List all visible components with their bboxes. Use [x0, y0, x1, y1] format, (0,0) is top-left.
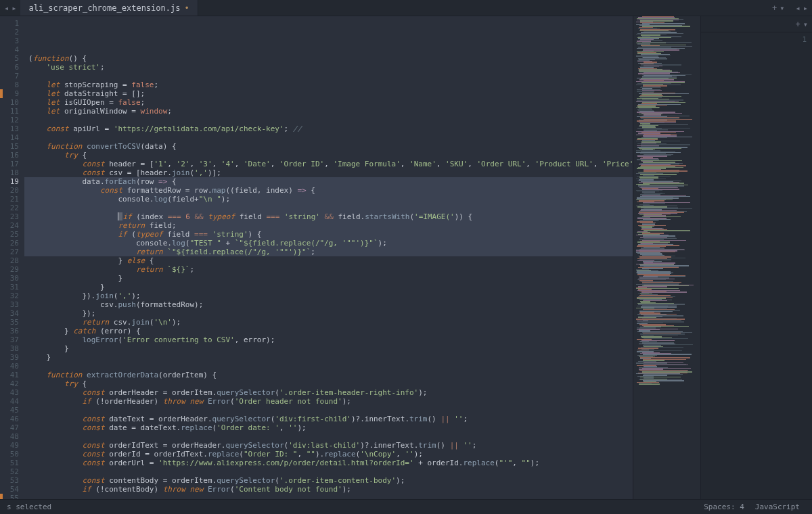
code-line[interactable]	[24, 204, 633, 212]
line-number[interactable]: 16	[3, 151, 19, 160]
line-number[interactable]: 8	[3, 80, 19, 89]
code-line[interactable]: const contentBody = orderItem.querySelec…	[24, 476, 633, 485]
minimap[interactable]	[633, 16, 700, 499]
line-number[interactable]: 17	[3, 160, 19, 168]
line-number[interactable]: 3	[3, 37, 19, 45]
line-number[interactable]: 11	[3, 107, 19, 116]
code-line[interactable]: const apiUrl = 'https://getalidata.com/a…	[24, 124, 633, 133]
line-number[interactable]: 45	[3, 406, 19, 415]
line-number[interactable]: 9	[3, 89, 19, 98]
code-editor[interactable]: (function() { 'use strict'; let stopScra…	[24, 16, 633, 499]
line-number[interactable]: 30	[3, 274, 19, 283]
line-number-gutter[interactable]: 1234567891011121314151617181920212223242…	[0, 16, 24, 499]
line-number[interactable]: 15	[3, 142, 19, 151]
line-number[interactable]: 23	[3, 212, 19, 221]
line-number[interactable]: 24	[3, 221, 19, 230]
line-number[interactable]: 14	[3, 133, 19, 142]
line-number[interactable]: 50	[3, 450, 19, 459]
code-line[interactable]	[24, 406, 633, 415]
code-line[interactable]: let dataStraight = [];	[24, 89, 633, 98]
code-line[interactable]	[24, 432, 633, 441]
line-number[interactable]: 48	[3, 432, 19, 441]
tab-dropdown-icon[interactable]: ▾	[780, 3, 784, 13]
line-number[interactable]: 40	[3, 362, 19, 371]
code-line[interactable]: const dateText = orderHeader.querySelect…	[24, 415, 633, 423]
code-line[interactable]: logError('Error converting to CSV', erro…	[24, 335, 633, 344]
status-spaces[interactable]: Spaces: 4	[698, 503, 750, 511]
code-line[interactable]: const orderIdText = orderHeader.querySel…	[24, 441, 633, 450]
code-line[interactable]: const orderUrl = 'https://www.aliexpress…	[24, 459, 633, 467]
line-number[interactable]: 43	[3, 388, 19, 397]
line-number[interactable]: 32	[3, 291, 19, 300]
code-line[interactable]: function extractOrderData(orderItem) {	[24, 371, 633, 379]
nav-prev-icon[interactable]: ◂	[3, 3, 10, 13]
code-line[interactable]: (function() {	[24, 54, 633, 63]
code-line[interactable]: csv.push(formattedRow);	[24, 300, 633, 309]
code-line[interactable]: const date = dateText.replace('Order dat…	[24, 423, 633, 432]
line-number[interactable]: 31	[3, 283, 19, 291]
line-number[interactable]: 25	[3, 230, 19, 239]
code-line[interactable]: });	[24, 309, 633, 318]
line-number[interactable]: 39	[3, 353, 19, 362]
line-number[interactable]: 29	[3, 265, 19, 274]
line-number[interactable]: 1	[3, 19, 19, 28]
code-line[interactable]: const orderId = orderIdText.replace("Ord…	[24, 450, 633, 459]
line-number[interactable]: 19	[3, 177, 19, 186]
line-number[interactable]: 33	[3, 300, 19, 309]
line-number[interactable]: 44	[3, 397, 19, 406]
nav-next-icon[interactable]: ▸	[10, 3, 18, 13]
pane-nav-next-icon[interactable]: ▸	[803, 3, 808, 13]
status-language[interactable]: JavaScript	[750, 503, 805, 511]
line-number[interactable]: 4	[3, 45, 19, 54]
code-line[interactable]: }	[24, 353, 633, 362]
line-number[interactable]: 13	[3, 124, 19, 133]
code-line[interactable]: if (typeof field === 'string') {	[24, 230, 633, 239]
line-number[interactable]: 54	[3, 485, 19, 494]
code-line[interactable]: let stopScraping = false;	[24, 80, 633, 89]
code-line[interactable]: const formattedRow = row.map((field, ind…	[24, 186, 633, 195]
line-number[interactable]: 36	[3, 327, 19, 335]
code-line[interactable]: const csv = [header.join(',')];	[24, 168, 633, 177]
code-line[interactable]: 'use strict';	[24, 63, 633, 72]
code-line[interactable]: let isGUIOpen = false;	[24, 98, 633, 107]
code-line[interactable]: console.log("TEST " + `"${field.replace(…	[24, 239, 633, 248]
line-number[interactable]: 20	[3, 186, 19, 195]
line-number[interactable]: 26	[3, 239, 19, 248]
code-line[interactable]: try {	[24, 379, 633, 388]
pane-nav-prev-icon[interactable]: ◂	[796, 3, 800, 13]
code-line[interactable]	[24, 133, 633, 142]
line-number[interactable]: 53	[3, 476, 19, 485]
line-number[interactable]: 6	[3, 63, 19, 72]
line-number[interactable]: 34	[3, 309, 19, 318]
code-line[interactable]: data.forEach(row => {	[24, 177, 633, 186]
new-tab-button[interactable]: +	[772, 3, 777, 13]
line-number[interactable]: 7	[3, 72, 19, 80]
line-number[interactable]: 41	[3, 371, 19, 379]
line-number[interactable]: 46	[3, 415, 19, 423]
line-number[interactable]: 47	[3, 423, 19, 432]
code-line[interactable]: console.log(field+"\n ");	[24, 195, 633, 204]
line-number[interactable]: 55	[3, 494, 19, 499]
code-line[interactable]: const header = ['1', '2', '3', '4', 'Dat…	[24, 160, 633, 168]
file-tab[interactable]: ali_scraper_chrome_extension.js •	[20, 0, 198, 16]
side-new-tab-button[interactable]: +	[796, 20, 800, 29]
side-tab-dropdown-icon[interactable]: ▾	[803, 20, 808, 29]
code-line[interactable]	[24, 467, 633, 476]
code-line[interactable]: return field;	[24, 221, 633, 230]
line-number[interactable]: 51	[3, 459, 19, 467]
line-number[interactable]: 18	[3, 168, 19, 177]
line-number[interactable]: 27	[3, 248, 19, 256]
code-line[interactable]: if (!contentBody) throw new Error('Conte…	[24, 485, 633, 494]
code-line[interactable]: }	[24, 283, 633, 291]
code-line[interactable]: return `"${field.replace(/"/g, '""')}"`;	[24, 248, 633, 256]
code-line[interactable]: }).join(',');	[24, 291, 633, 300]
code-line[interactable]: if (index === 6 && typeof field === 'str…	[24, 212, 633, 221]
line-number[interactable]: 35	[3, 318, 19, 327]
code-line[interactable]: const orderHeader = orderItem.querySelec…	[24, 388, 633, 397]
line-number[interactable]: 12	[3, 116, 19, 124]
code-line[interactable]: return csv.join('\n');	[24, 318, 633, 327]
code-line[interactable]: let originalWindow = window;	[24, 107, 633, 116]
line-number[interactable]: 10	[3, 98, 19, 107]
line-number[interactable]: 38	[3, 344, 19, 353]
line-number[interactable]: 52	[3, 467, 19, 476]
